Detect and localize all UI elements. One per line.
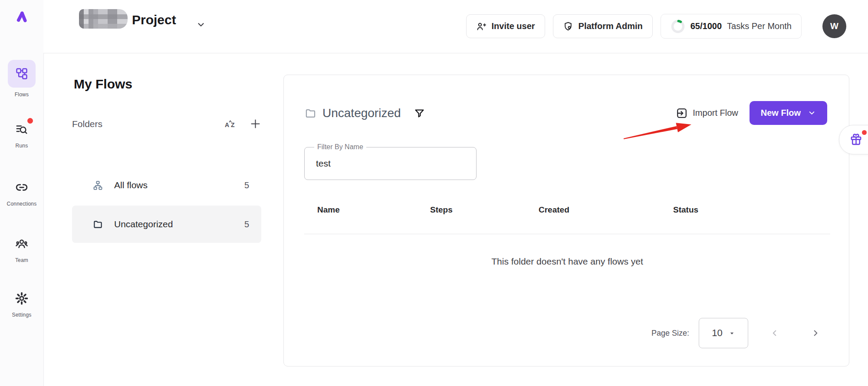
flows-table-header: Name Steps Created Status: [284, 205, 849, 222]
next-page-button[interactable]: [811, 328, 820, 338]
sort-alpha-icon[interactable]: A Z: [224, 119, 237, 129]
task-usage-count: 65/1000: [690, 21, 722, 31]
svg-text:A: A: [225, 121, 229, 128]
app-logo-icon[interactable]: [0, 9, 43, 24]
platform-admin-label: Platform Admin: [579, 21, 643, 31]
column-header-status: Status: [673, 205, 698, 215]
folder-icon: [305, 108, 316, 119]
chevron-down-icon: [808, 109, 816, 117]
svg-text:Z: Z: [231, 121, 235, 128]
user-plus-icon: [476, 21, 487, 32]
project-switcher-label[interactable]: Project: [132, 13, 176, 27]
sidebar-item-team[interactable]: Team: [0, 234, 43, 263]
folders-header: Folders A Z: [72, 118, 261, 130]
shield-icon: [563, 21, 573, 32]
team-icon: [8, 234, 36, 253]
invite-user-label: Invite user: [492, 21, 535, 31]
import-icon: [676, 107, 688, 119]
folder-row-all-flows[interactable]: All flows 5: [72, 167, 261, 204]
task-usage-pill[interactable]: 65/1000 Tasks Per Month: [661, 14, 802, 39]
sidebar-item-connections[interactable]: Connections: [0, 178, 43, 207]
flows-icon: [8, 60, 36, 88]
sidebar-label: Connections: [7, 201, 37, 207]
import-flow-label: Import Flow: [693, 108, 738, 118]
sidebar-label: Flows: [15, 92, 29, 98]
empty-state-message: This folder doesn't have any flows yet: [304, 256, 830, 267]
runs-notification-badge: [27, 118, 33, 124]
filter-funnel-icon[interactable]: [414, 108, 425, 119]
header-actions: Invite user Platform Admin 65/1000 Tasks…: [466, 14, 846, 39]
page-title: My Flows: [74, 77, 132, 92]
platform-admin-button[interactable]: Platform Admin: [553, 14, 653, 38]
new-flow-label: New Flow: [761, 108, 801, 118]
folder-row-uncategorized[interactable]: Uncategorized 5: [72, 206, 261, 243]
invite-user-button[interactable]: Invite user: [466, 14, 545, 38]
folder-name: Uncategorized: [114, 219, 173, 229]
column-header-steps: Steps: [430, 205, 453, 215]
flows-panel: Uncategorized Import Flow New Flow: [283, 75, 849, 366]
sidebar: Flows Runs Connections: [0, 0, 44, 386]
filter-field-label: Filter By Name: [314, 143, 366, 151]
redacted-project-name: [79, 9, 128, 29]
new-flow-button[interactable]: New Flow: [750, 101, 827, 125]
chevron-down-icon[interactable]: [196, 20, 206, 29]
folder-list: All flows 5 Uncategorized 5: [72, 167, 261, 243]
gift-icon: [849, 133, 863, 146]
filter-by-name-input[interactable]: [315, 154, 464, 173]
table-header-divider: [304, 234, 830, 234]
sidebar-item-flows[interactable]: Flows: [0, 60, 43, 98]
top-header: Project Invite user Platform Admin: [43, 0, 868, 53]
pagination: Page Size: 10: [651, 318, 820, 348]
tree-icon: [93, 180, 103, 190]
folders-heading: Folders: [72, 119, 102, 129]
folder-count: 5: [244, 180, 249, 190]
add-folder-button[interactable]: [250, 118, 261, 130]
whats-new-gift-button[interactable]: [839, 125, 868, 154]
page-size-value: 10: [712, 327, 722, 339]
sidebar-label: Settings: [12, 312, 32, 318]
folder-count: 5: [244, 219, 249, 229]
column-header-created: Created: [539, 205, 569, 215]
link-icon: [8, 178, 36, 197]
page-size-label: Page Size:: [651, 329, 689, 338]
previous-page-button[interactable]: [770, 328, 779, 338]
panel-folder-title: Uncategorized: [322, 106, 401, 120]
page-size-select[interactable]: 10: [699, 318, 748, 348]
folder-name: All flows: [114, 180, 148, 190]
column-header-name: Name: [317, 205, 340, 215]
runs-icon: [8, 120, 36, 139]
gear-icon: [8, 289, 36, 308]
user-avatar[interactable]: W: [822, 14, 846, 38]
sidebar-label: Team: [15, 257, 28, 263]
usage-progress-donut: [671, 19, 685, 34]
caret-down-icon: [729, 330, 735, 337]
filter-by-name-field: Filter By Name: [304, 147, 477, 180]
sidebar-label: Runs: [16, 143, 28, 149]
sidebar-item-runs[interactable]: Runs: [0, 120, 43, 149]
folder-icon: [93, 219, 103, 229]
import-flow-button[interactable]: Import Flow: [676, 107, 738, 119]
gift-notification-badge: [862, 130, 867, 135]
sidebar-item-settings[interactable]: Settings: [0, 289, 43, 318]
task-usage-label: Tasks Per Month: [727, 21, 792, 31]
